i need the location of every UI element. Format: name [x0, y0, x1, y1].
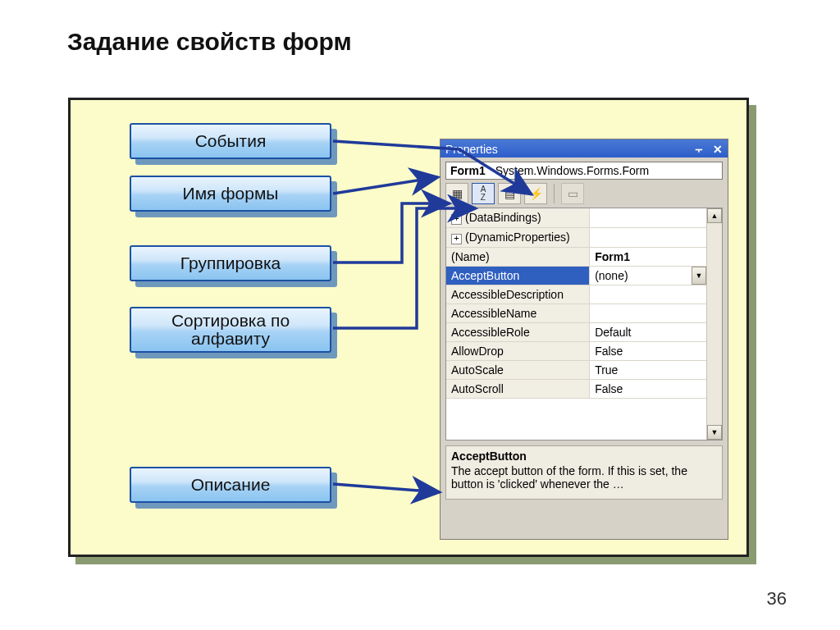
label-grouping: Группировка [130, 245, 331, 281]
properties-window: Properties ⫟ ✕ Form1 System.Windows.Form… [440, 139, 728, 540]
desc-title: AcceptButton [451, 450, 717, 463]
property-value[interactable]: (none)▼ [590, 267, 707, 285]
property-key[interactable]: AllowDrop [446, 342, 590, 361]
page-number: 36 [767, 588, 787, 609]
expand-icon[interactable]: + [451, 234, 462, 244]
label-form-name: Имя формы [130, 176, 331, 212]
property-key[interactable]: +(DynamicProperties) [446, 228, 590, 248]
label-description: Описание [130, 467, 331, 503]
categorized-button[interactable]: ▦ [445, 183, 468, 204]
properties-toolbar: ▦ AZ ▤ ⚡ ▭ [445, 183, 723, 204]
pin-icon[interactable]: ⫟ [693, 143, 705, 156]
properties-title: Properties [445, 143, 498, 156]
property-key[interactable]: (Name) [446, 248, 590, 267]
property-key[interactable]: AcceptButton [446, 267, 590, 285]
property-value[interactable]: True [590, 361, 707, 380]
property-value[interactable]: Form1 [590, 248, 707, 267]
events-button[interactable]: ⚡ [524, 183, 547, 204]
property-key[interactable]: AccessibleName [446, 304, 590, 323]
class-name: Form1 [450, 164, 486, 177]
property-key[interactable]: AccessibleDescription [446, 285, 590, 304]
class-type: System.Windows.Forms.Form [495, 164, 649, 177]
expand-icon[interactable]: + [451, 214, 462, 225]
property-value[interactable]: Default [590, 323, 707, 342]
toolbar-separator [554, 184, 555, 203]
prop-pages-button[interactable]: ▤ [498, 183, 521, 204]
properties-grid[interactable]: +(DataBindings)+(DynamicProperties)(Name… [445, 208, 723, 441]
property-value[interactable] [590, 208, 707, 228]
properties-titlebar[interactable]: Properties ⫟ ✕ [441, 139, 728, 158]
scrollbar[interactable]: ▲ ▼ [706, 208, 722, 440]
label-sorting: Сортировка по алфавиту [130, 307, 331, 353]
property-value[interactable] [590, 228, 707, 248]
close-icon[interactable]: ✕ [713, 143, 723, 156]
properties-description: AcceptButton The accept button of the fo… [445, 445, 723, 500]
properties-class-selector[interactable]: Form1 System.Windows.Forms.Form [445, 162, 723, 180]
property-key[interactable]: +(DataBindings) [446, 208, 590, 228]
property-key[interactable]: AutoScale [446, 361, 590, 380]
property-value[interactable] [590, 285, 707, 304]
label-events: События [130, 123, 331, 159]
dropdown-button[interactable]: ▼ [692, 267, 706, 285]
desc-text: The accept button of the form. If this i… [451, 464, 687, 491]
property-value[interactable] [590, 304, 707, 323]
doc-outline-button[interactable]: ▭ [561, 183, 584, 204]
scroll-down-button[interactable]: ▼ [707, 425, 722, 440]
property-value[interactable]: False [590, 380, 707, 399]
alphabetical-button[interactable]: AZ [472, 183, 495, 204]
scroll-up-button[interactable]: ▲ [707, 208, 722, 223]
property-key[interactable]: AutoScroll [446, 380, 590, 399]
slide-title: Задание свойств форм [67, 28, 352, 56]
property-key[interactable]: AccessibleRole [446, 323, 590, 342]
property-value[interactable]: False [590, 342, 707, 361]
